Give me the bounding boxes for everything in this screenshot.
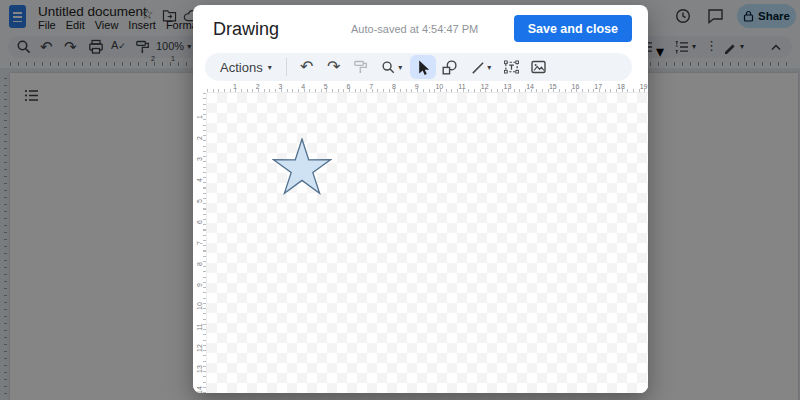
ruler-number: 7	[366, 83, 376, 90]
ruler-number: 2	[196, 132, 204, 144]
undo-icon: ↶	[300, 59, 313, 75]
save-and-close-button[interactable]: Save and close	[514, 15, 632, 42]
ruler-number: 12	[480, 83, 490, 90]
star-shape[interactable]	[272, 138, 332, 195]
ruler-number: 10	[196, 300, 204, 312]
ruler-number: 5	[196, 195, 204, 207]
ruler-number: 12	[196, 342, 204, 354]
ruler-number: 4	[196, 174, 204, 186]
select-tool-button[interactable]	[410, 55, 436, 79]
chevron-down-icon: ▾	[398, 63, 402, 72]
toolbar-separator	[286, 58, 287, 76]
ruler-number: 16	[571, 83, 581, 90]
ruler-number: 15	[548, 83, 558, 90]
ruler-number: 2	[253, 83, 263, 90]
autosave-status: Auto-saved at 4:54:47 PM	[351, 23, 478, 35]
ruler-number: 4	[298, 83, 308, 90]
actions-menu-button[interactable]: Actions ▾	[213, 55, 279, 79]
drawing-dialog: Drawing Auto-saved at 4:54:47 PM Save an…	[193, 5, 648, 393]
chevron-down-icon: ▾	[268, 63, 272, 72]
select-cursor-icon	[414, 58, 431, 76]
paint-format-icon	[353, 59, 369, 75]
insert-image-tool-button[interactable]	[526, 55, 552, 79]
ruler-number: 8	[389, 83, 399, 90]
redo-icon: ↷	[327, 59, 340, 75]
image-icon	[530, 59, 547, 75]
canvas-horizontal-ruler: 12345678910111213141516171819	[207, 83, 648, 93]
ruler-number: 19	[639, 83, 648, 90]
ruler-number: 1	[230, 83, 240, 90]
ruler-number: 14	[525, 83, 535, 90]
ruler-number: 7	[196, 237, 204, 249]
ruler-number: 11	[196, 321, 204, 333]
ruler-number: 11	[457, 83, 467, 90]
redo-button[interactable]: ↷	[321, 55, 347, 79]
line-icon	[470, 60, 485, 75]
ruler-number: 3	[275, 83, 285, 90]
ruler-number: 3	[196, 153, 204, 165]
ruler-number: 18	[616, 83, 626, 90]
paint-format-button	[348, 55, 374, 79]
ruler-number: 9	[196, 279, 204, 291]
undo-button[interactable]: ↶	[294, 55, 320, 79]
ruler-number: 10	[434, 83, 444, 90]
ruler-number: 1	[196, 111, 204, 123]
ruler-number: 13	[502, 83, 512, 90]
text-box-icon	[503, 59, 520, 75]
ruler-corner	[193, 83, 207, 93]
line-tool-button[interactable]: ▾	[464, 55, 498, 79]
zoom-button[interactable]: ▾	[375, 55, 409, 79]
ruler-number: 17	[593, 83, 603, 90]
ruler-number: 13	[196, 363, 204, 375]
drawing-toolbar: Actions ▾ ↶ ↷ ▾ ▾	[205, 53, 632, 81]
chevron-down-icon: ▾	[487, 63, 491, 72]
ruler-number: 14	[196, 384, 204, 393]
ruler-number: 9	[412, 83, 422, 90]
star-polygon[interactable]	[274, 139, 331, 193]
shapes-icon	[441, 59, 458, 76]
text-box-tool-button[interactable]	[499, 55, 525, 79]
ruler-number: 6	[344, 83, 354, 90]
drawing-canvas[interactable]	[207, 93, 648, 393]
canvas-vertical-ruler: 1234567891011121314	[193, 93, 207, 393]
ruler-number: 6	[196, 216, 204, 228]
shape-tool-button[interactable]	[437, 55, 463, 79]
dialog-title: Drawing	[213, 19, 279, 40]
ruler-number: 8	[196, 258, 204, 270]
zoom-magnifier-icon	[381, 60, 396, 75]
ruler-number: 5	[321, 83, 331, 90]
actions-label: Actions	[220, 60, 263, 75]
